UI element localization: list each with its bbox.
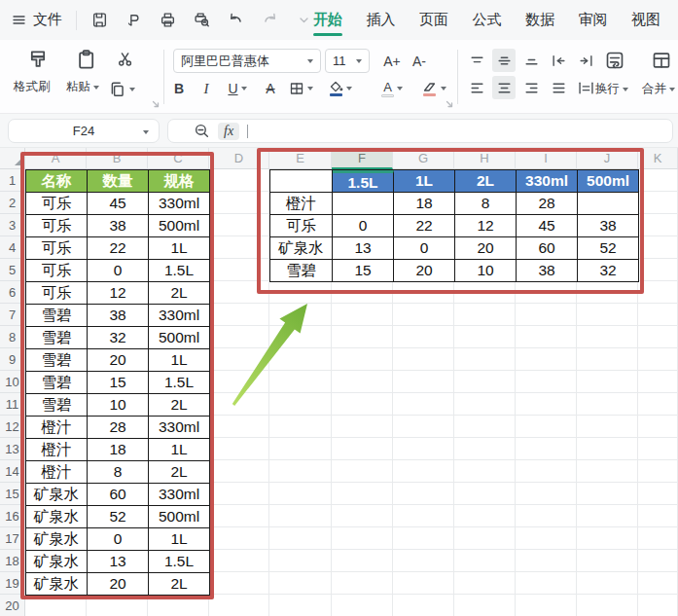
source-table-cell[interactable]: 15 [88,372,149,394]
grid-cell[interactable] [209,348,269,371]
pivot-value-cell[interactable]: 20 [394,260,455,282]
row-header-12[interactable]: 12 [0,416,25,438]
source-table-cell[interactable]: 可乐 [26,282,88,305]
grid-cell[interactable] [454,348,516,371]
row-header-15[interactable]: 15 [0,483,25,505]
grid-cell[interactable] [638,438,678,460]
grid-cell[interactable] [577,550,638,572]
grid-cell[interactable] [577,304,638,326]
grid-cell[interactable] [638,259,678,281]
grid-cell[interactable] [209,527,269,550]
borders-button[interactable] [284,77,317,100]
grid-cell[interactable] [454,304,516,326]
grid-cell[interactable] [638,595,678,616]
decrease-indent-button[interactable] [547,49,570,72]
pivot-value-cell[interactable]: 20 [455,237,517,260]
source-table-header-cell[interactable]: 数量 [88,170,149,193]
grid-cell[interactable] [393,550,454,572]
source-table-cell[interactable]: 矿泉水 [26,506,88,528]
grid-cell[interactable] [516,550,577,572]
source-table-cell[interactable]: 橙汁 [26,439,88,461]
row-header-17[interactable]: 17 [0,527,25,550]
pivot-column-header-cell[interactable]: 500ml [578,170,639,193]
grid-cell[interactable] [393,348,454,371]
grid-cell[interactable] [638,214,678,236]
source-table-cell[interactable]: 可乐 [26,260,88,282]
print-preview-button[interactable] [193,12,210,29]
column-header-C[interactable]: C [148,148,209,169]
decrease-font-button[interactable]: A- [407,49,432,73]
source-table-cell[interactable]: 500ml [149,215,210,237]
row-header-18[interactable]: 18 [0,550,25,572]
column-header-E[interactable]: E [269,148,332,169]
grid-cell[interactable] [393,572,454,595]
tab-4[interactable]: 公式 [469,1,506,39]
column-header-K[interactable]: K [638,148,678,169]
grid-cell[interactable] [516,483,577,505]
grid-cell[interactable] [332,416,393,438]
pivot-row-label-cell[interactable]: 矿泉水 [270,237,333,260]
column-header-H[interactable]: H [454,148,516,169]
row-header-5[interactable]: 5 [0,259,25,281]
column-header-B[interactable]: B [87,148,148,169]
source-table-header-cell[interactable]: 规格 [149,170,210,193]
grid-cell[interactable] [332,393,393,416]
format-painter-label[interactable]: 格式刷 [14,79,51,95]
grid-cell[interactable] [577,393,638,416]
grid-cell[interactable] [516,460,577,483]
grid-cell[interactable] [209,304,269,326]
grid-cell[interactable] [638,326,678,348]
fill-color-button[interactable] [323,75,358,102]
source-table-cell[interactable]: 雪碧 [26,327,88,349]
pivot-value-cell[interactable] [333,193,394,215]
pivot-value-cell[interactable]: 0 [394,237,455,260]
align-middle-button[interactable] [492,49,516,72]
grid-cell[interactable] [269,393,332,416]
group-expand-icon[interactable] [152,100,160,108]
row-header-8[interactable]: 8 [0,326,25,348]
export-pdf-button[interactable] [125,12,142,29]
grid-cell[interactable] [269,550,332,572]
merge-cells-button[interactable] [644,47,678,74]
grid-cell[interactable] [209,483,269,505]
grid-cell[interactable] [638,416,678,438]
source-table-cell[interactable]: 可乐 [26,215,88,237]
pivot-row-label-cell[interactable]: 可乐 [270,215,333,237]
grid-cell[interactable] [638,281,678,304]
grid-cell[interactable] [87,595,148,616]
source-table-cell[interactable]: 矿泉水 [26,484,88,506]
source-table-cell[interactable]: 1.5L [149,260,210,282]
grid-cell[interactable] [332,371,393,393]
font-color-button[interactable]: A [375,75,409,102]
source-table-cell[interactable]: 1.5L [149,551,210,573]
grid-cell[interactable] [516,281,577,304]
row-header-16[interactable]: 16 [0,505,25,527]
pivot-value-cell[interactable]: 18 [394,193,455,215]
grid-cell[interactable] [332,572,393,595]
column-header-J[interactable]: J [577,148,638,169]
cut-button[interactable] [113,48,138,71]
pivot-value-cell[interactable]: 52 [578,237,639,260]
row-header-10[interactable]: 10 [0,371,25,393]
pivot-column-header-cell[interactable]: 2L [455,170,517,193]
grid-cell[interactable] [577,416,638,438]
grid-cell[interactable] [454,393,516,416]
grid-cell[interactable] [454,438,516,460]
grid-cell[interactable] [454,595,516,616]
source-table-cell[interactable]: 橙汁 [26,417,88,439]
grid-cell[interactable] [332,505,393,527]
pivot-value-cell[interactable] [578,193,639,215]
grid-cell[interactable] [454,460,516,483]
column-header-I[interactable]: I [516,148,577,169]
source-table-cell[interactable]: 矿泉水 [26,528,88,551]
grid-cell[interactable] [332,595,393,616]
source-table-cell[interactable]: 雪碧 [26,305,88,327]
grid-cell[interactable] [638,192,678,214]
grid-cell[interactable] [269,505,332,527]
row-header-14[interactable]: 14 [0,460,25,483]
grid-cell[interactable] [209,371,269,393]
grid-cell[interactable] [269,326,332,348]
align-bottom-button[interactable] [519,49,543,72]
grid-cell[interactable] [393,595,454,616]
strikethrough-button[interactable]: A [259,77,282,100]
